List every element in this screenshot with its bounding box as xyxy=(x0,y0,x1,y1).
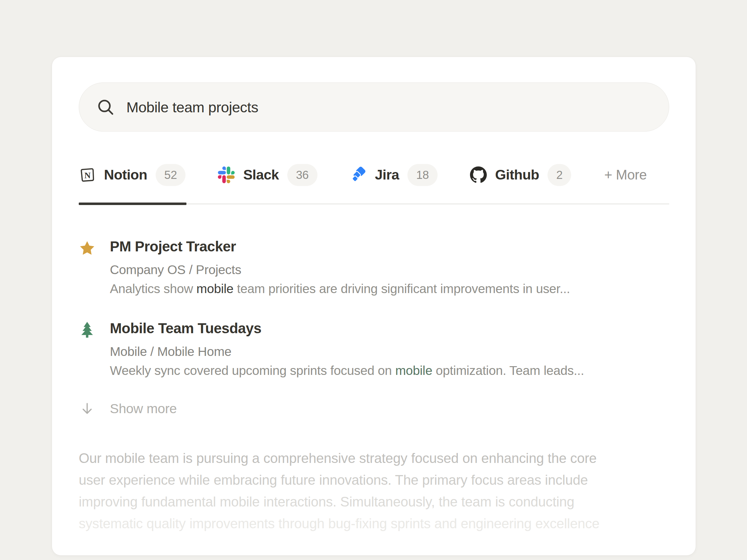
svg-text:N: N xyxy=(84,170,91,180)
tab-jira[interactable]: Jira 18 xyxy=(350,164,438,186)
tab-label: Github xyxy=(495,167,539,183)
jira-icon xyxy=(350,166,367,183)
ghost-paragraph-line: improving fundamental mobile interaction… xyxy=(79,491,669,513)
tab-github[interactable]: Github 2 xyxy=(470,164,571,186)
page-background: N Notion 52 Slack 36 xyxy=(0,0,747,560)
tab-divider xyxy=(79,203,669,205)
snippet-text: team priorities are driving significant … xyxy=(233,282,570,296)
snippet-text: optimization. Team leads... xyxy=(432,364,584,378)
ghost-paragraph-line: Our mobile team is pursuing a comprehens… xyxy=(79,447,669,469)
result-mobile-team-tuesdays[interactable]: Mobile Team Tuesdays Mobile / Mobile Hom… xyxy=(79,319,669,378)
ghost-paragraph-line: user experience while embracing future i… xyxy=(79,469,669,491)
show-more-label: Show more xyxy=(110,401,177,416)
tab-label: Jira xyxy=(375,167,399,183)
faded-summary-paragraph: Our mobile team is pursuing a comprehens… xyxy=(79,447,669,534)
tab-slack[interactable]: Slack 36 xyxy=(218,164,317,186)
result-body: PM Project Tracker Company OS / Projects… xyxy=(110,237,570,296)
result-snippet: Weekly sync covered upcoming sprints foc… xyxy=(110,363,584,378)
result-body: Mobile Team Tuesdays Mobile / Mobile Hom… xyxy=(110,319,584,378)
tab-notion[interactable]: N Notion 52 xyxy=(79,164,185,186)
ghost-paragraph-line: systematic quality improvements through … xyxy=(79,513,669,534)
snippet-text: Weekly sync covered upcoming sprints foc… xyxy=(110,364,395,378)
source-tabs: N Notion 52 Slack 36 xyxy=(79,163,669,187)
arrow-down-icon xyxy=(79,401,96,416)
snippet-highlight: mobile xyxy=(395,364,432,378)
tab-label: Slack xyxy=(243,167,279,183)
tab-count-badge: 18 xyxy=(407,164,438,186)
tree-icon xyxy=(79,319,96,378)
snippet-text: Analytics show xyxy=(110,282,197,296)
result-breadcrumb: Mobile / Mobile Home xyxy=(110,344,584,359)
result-pm-project-tracker[interactable]: PM Project Tracker Company OS / Projects… xyxy=(79,237,669,296)
tab-label: Notion xyxy=(104,167,147,183)
github-icon xyxy=(470,166,487,183)
result-title: Mobile Team Tuesdays xyxy=(110,319,584,337)
show-more-button[interactable]: Show more xyxy=(79,401,669,416)
tab-count-badge: 2 xyxy=(547,164,571,186)
search-bar[interactable] xyxy=(79,82,669,132)
search-input[interactable] xyxy=(126,99,651,116)
result-title: PM Project Tracker xyxy=(110,237,570,256)
result-breadcrumb: Company OS / Projects xyxy=(110,262,570,277)
more-tabs-button[interactable]: + More xyxy=(604,167,646,183)
search-icon xyxy=(97,98,114,116)
result-snippet: Analytics show mobile team priorities ar… xyxy=(110,281,570,296)
star-icon xyxy=(79,237,96,296)
tab-count-badge: 36 xyxy=(287,164,317,186)
slack-icon xyxy=(218,166,235,183)
active-tab-underline xyxy=(79,203,186,205)
search-panel-card: N Notion 52 Slack 36 xyxy=(52,57,696,556)
notion-icon: N xyxy=(79,166,96,183)
search-results: PM Project Tracker Company OS / Projects… xyxy=(79,237,669,416)
snippet-highlight: mobile xyxy=(197,282,233,296)
tab-count-badge: 52 xyxy=(156,164,186,186)
